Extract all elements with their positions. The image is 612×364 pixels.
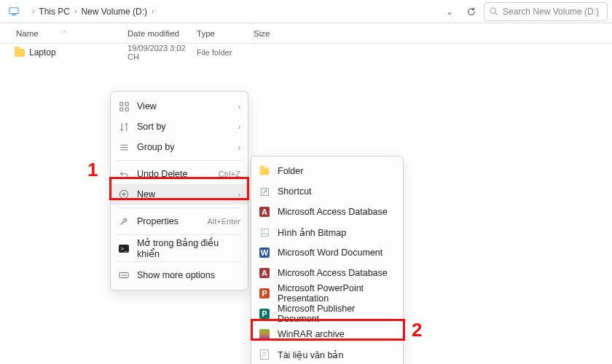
wrench-icon — [118, 215, 130, 227]
menu-undo-delete[interactable]: Undo Delete Ctrl+Z — [111, 164, 248, 184]
winrar-icon — [259, 328, 270, 340]
file-list[interactable]: Laptop 19/09/2023 3:02 CH File folder — [0, 44, 612, 61]
search-input[interactable]: Search New Volume (D:) — [484, 2, 608, 21]
svg-point-16 — [123, 274, 125, 276]
menu-view[interactable]: View › — [111, 96, 248, 116]
access-icon: A — [259, 267, 270, 279]
column-name[interactable]: Name ⌃ — [0, 23, 128, 43]
svg-point-20 — [263, 230, 264, 232]
chevron-down-icon[interactable]: ⌄ — [440, 2, 459, 21]
annotation-number-2: 2 — [412, 319, 422, 341]
search-icon — [489, 7, 498, 16]
menu-properties[interactable]: Properties Alt+Enter — [111, 211, 248, 232]
access-icon: A — [259, 206, 270, 218]
new-word[interactable]: W Microsoft Word Document — [251, 242, 403, 263]
sort-icon — [118, 121, 130, 132]
address-bar: › This PC › New Volume (D:) › ⌄ Search N… — [0, 0, 612, 23]
grid-icon — [118, 100, 130, 112]
more-icon — [118, 269, 130, 281]
sort-indicator-icon: ⌃ — [62, 30, 68, 37]
new-bitmap[interactable]: Hình ảnh Bitmap — [251, 222, 403, 242]
group-icon — [118, 141, 130, 153]
new-publisher[interactable]: P Microsoft Publisher Document — [251, 304, 403, 324]
column-headers: Name ⌃ Date modified Type Size — [0, 23, 612, 44]
plus-circle-icon — [118, 189, 130, 200]
menu-open-panel[interactable]: >_ Mở trong Bảng điều khiển — [111, 238, 248, 258]
column-date[interactable]: Date modified — [128, 23, 197, 43]
svg-rect-6 — [119, 108, 122, 111]
chevron-right-icon: › — [238, 191, 240, 199]
column-size[interactable]: Size — [254, 23, 297, 43]
breadcrumb-seg[interactable]: This PC — [39, 7, 70, 17]
breadcrumb-seg[interactable]: New Volume (D:) — [81, 7, 147, 17]
new-shortcut[interactable]: Shortcut — [251, 181, 403, 202]
chevron-right-icon: › — [238, 143, 240, 151]
new-text[interactable]: Tài liệu văn bản — [251, 344, 403, 364]
annotation-number-1: 1 — [87, 159, 98, 181]
svg-rect-19 — [261, 229, 268, 236]
menu-separator — [117, 234, 242, 235]
search-placeholder: Search New Volume (D:) — [503, 7, 599, 17]
new-folder[interactable]: Folder — [251, 161, 403, 181]
svg-rect-5 — [125, 102, 128, 105]
file-name: Laptop — [29, 47, 56, 58]
svg-rect-4 — [119, 102, 122, 105]
new-access-db-2[interactable]: A Microsoft Access Database — [251, 263, 403, 283]
column-type[interactable]: Type — [197, 23, 254, 43]
svg-rect-0 — [9, 7, 18, 13]
chevron-right-icon: › — [238, 103, 240, 111]
menu-group-by[interactable]: Group by › — [111, 137, 248, 157]
svg-rect-7 — [125, 108, 128, 111]
menu-sort-by[interactable]: Sort by › — [111, 116, 248, 137]
menu-separator — [117, 160, 242, 161]
shortcut-icon — [259, 186, 270, 197]
undo-icon — [118, 168, 130, 180]
file-row[interactable]: Laptop 19/09/2023 3:02 CH File folder — [0, 44, 612, 61]
chevron-right-icon: › — [71, 7, 79, 15]
svg-line-3 — [495, 13, 498, 15]
breadcrumb[interactable]: › This PC › New Volume (D:) › — [26, 7, 437, 17]
terminal-icon: >_ — [118, 242, 130, 254]
svg-point-2 — [490, 8, 495, 13]
menu-separator — [117, 207, 242, 208]
new-winrar[interactable]: WinRAR archive — [251, 324, 403, 344]
folder-icon — [259, 165, 270, 177]
menu-show-more[interactable]: Show more options — [111, 265, 248, 285]
file-type: File folder — [197, 48, 254, 57]
publisher-icon: P — [259, 308, 270, 320]
folder-icon — [15, 49, 25, 57]
word-icon: W — [259, 247, 270, 258]
bitmap-icon — [259, 226, 270, 238]
shortcut-label: Alt+Enter — [207, 217, 240, 226]
new-access-db[interactable]: A Microsoft Access Database — [251, 202, 403, 222]
monitor-icon — [4, 2, 23, 21]
new-submenu: Folder Shortcut A Microsoft Access Datab… — [251, 156, 404, 364]
text-icon — [259, 349, 270, 360]
svg-point-17 — [125, 274, 127, 276]
context-menu: View › Sort by › Group by › Undo Delete … — [110, 91, 248, 290]
chevron-right-icon: › — [29, 7, 37, 15]
svg-rect-1 — [12, 14, 15, 15]
menu-separator — [117, 261, 242, 262]
refresh-icon[interactable] — [462, 2, 481, 21]
chevron-right-icon: › — [238, 123, 240, 131]
powerpoint-icon: P — [259, 288, 270, 299]
file-date: 19/09/2023 3:02 CH — [128, 44, 197, 61]
svg-point-15 — [122, 274, 123, 276]
chevron-right-icon: › — [149, 7, 157, 15]
shortcut-label: Ctrl+Z — [219, 170, 240, 178]
menu-new[interactable]: New › — [111, 184, 248, 205]
new-powerpoint[interactable]: P Microsoft PowerPoint Presentation — [251, 283, 403, 304]
